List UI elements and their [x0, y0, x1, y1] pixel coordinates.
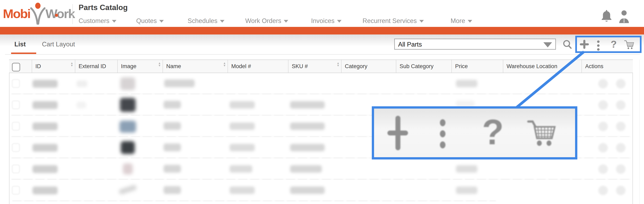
header-select-all [9, 60, 32, 73]
user-account-icon[interactable] [617, 9, 631, 25]
help-icon-large: ? [482, 114, 504, 150]
bell-icon[interactable] [600, 9, 613, 25]
header-model[interactable]: Model # [228, 60, 288, 73]
callout-icon-group: ? [374, 108, 575, 157]
row-checkbox[interactable] [12, 165, 20, 173]
redacted-sku [290, 144, 325, 151]
header-warehouse-location[interactable]: Warehouse Location [503, 60, 582, 73]
select-all-checkbox[interactable] [12, 63, 20, 71]
row-action-button[interactable] [598, 100, 608, 110]
parts-catalog-page: Mobi Work Parts Catalog Customers Quotes… [0, 0, 644, 204]
redacted-price [456, 187, 477, 194]
brand-accent-bar [0, 27, 644, 34]
redacted-id [32, 165, 58, 173]
active-tab-underline [11, 53, 36, 54]
redacted-name [164, 79, 195, 87]
header-divider [72, 4, 73, 24]
shopping-cart-icon-large [526, 118, 557, 148]
redacted-model [230, 101, 255, 108]
logo-o-accent [55, 14, 58, 17]
header-sku[interactable]: SKU # ▲▼ [288, 60, 341, 73]
table-border-right [632, 60, 633, 204]
tab-cart-layout[interactable]: Cart Layout [42, 41, 75, 48]
row-action-button[interactable] [616, 122, 626, 131]
redacted-sku [290, 101, 325, 108]
chevron-down-icon [159, 20, 164, 23]
header-actions: Actions [582, 60, 633, 73]
nav-recurrent-services[interactable]: Recurrent Services [362, 17, 424, 25]
nav-more[interactable]: More [450, 17, 472, 25]
redacted-name [164, 165, 181, 173]
parts-filter-dropdown[interactable]: All Parts [394, 39, 556, 50]
part-image-thumbnail [120, 77, 135, 90]
redacted-id [32, 80, 58, 88]
redacted-id [32, 144, 58, 152]
part-image-thumbnail [120, 98, 136, 112]
nav-work-orders[interactable]: Work Orders [245, 17, 288, 25]
header-external-id[interactable]: External ID [75, 60, 117, 73]
header-id[interactable]: ID ▲▼ [32, 60, 75, 73]
redacted-external-id [76, 81, 87, 87]
row-action-button[interactable] [598, 79, 608, 89]
header-sub-category[interactable]: Sub Category [396, 60, 452, 73]
scrollbar-track-line[interactable] [640, 60, 640, 204]
tab-list[interactable]: List [14, 41, 26, 48]
nav-invoices[interactable]: Invoices [311, 17, 342, 25]
chevron-down-icon [337, 20, 342, 23]
logo-text-mobi: Mobi [3, 6, 30, 21]
row-checkbox[interactable] [12, 143, 20, 152]
logo-person-figure [30, 2, 46, 25]
row-action-button[interactable] [616, 79, 626, 89]
part-image-thumbnail [123, 163, 133, 174]
redacted-name [164, 186, 181, 194]
nav-customers[interactable]: Customers [78, 17, 116, 25]
redacted-name [164, 101, 181, 108]
table-row[interactable] [10, 180, 632, 204]
chevron-down-icon [419, 20, 424, 23]
row-checkbox[interactable] [12, 79, 20, 88]
redacted-name [164, 122, 181, 130]
row-action-button[interactable] [598, 143, 608, 152]
row-checkbox[interactable] [12, 101, 20, 109]
part-image-thumbnail [118, 184, 137, 195]
toolbar-highlight-box [575, 36, 642, 53]
row-action-button[interactable] [616, 143, 626, 152]
sort-icon: ▲▼ [70, 62, 73, 67]
row-action-button[interactable] [598, 186, 608, 195]
row-action-button[interactable] [616, 100, 626, 110]
tab-rule [5, 54, 640, 55]
part-image-thumbnail [121, 141, 135, 154]
toolbar-magnified-callout: ? [372, 106, 577, 159]
more-options-icon-large [440, 117, 446, 150]
table-row[interactable] [10, 158, 632, 180]
row-separator [12, 201, 496, 201]
row-action-button[interactable] [616, 164, 626, 174]
nav-quotes[interactable]: Quotes [136, 17, 164, 25]
redacted-price [456, 165, 477, 173]
table-row[interactable] [10, 73, 632, 95]
row-action-button[interactable] [616, 186, 626, 195]
chevron-down-icon [284, 20, 288, 23]
page-title: Parts Catalog [78, 3, 128, 12]
row-action-button[interactable] [598, 122, 608, 131]
redacted-model [230, 144, 255, 151]
chevron-down-icon [220, 20, 224, 23]
header-name[interactable]: Name ▲▼ [162, 60, 228, 73]
redacted-id [32, 122, 58, 130]
add-part-icon-large [388, 116, 408, 150]
header-image[interactable]: Image ▲▼ [117, 60, 162, 73]
sort-icon: ▲▼ [223, 62, 226, 67]
header-price[interactable]: Price [452, 60, 503, 73]
nav-schedules[interactable]: Schedules [188, 17, 224, 25]
redacted-sku [290, 122, 325, 130]
row-checkbox[interactable] [12, 122, 20, 130]
row-action-button[interactable] [598, 164, 608, 174]
search-icon[interactable] [562, 39, 572, 50]
row-checkbox[interactable] [12, 186, 20, 195]
sort-icon: ▲▼ [336, 62, 340, 67]
header-category[interactable]: Category [341, 60, 396, 73]
mobiwork-logo[interactable]: Mobi Work [3, 2, 75, 25]
redacted-model [230, 122, 255, 130]
redacted-external-id [76, 102, 86, 108]
sort-icon: ▲▼ [158, 62, 161, 67]
